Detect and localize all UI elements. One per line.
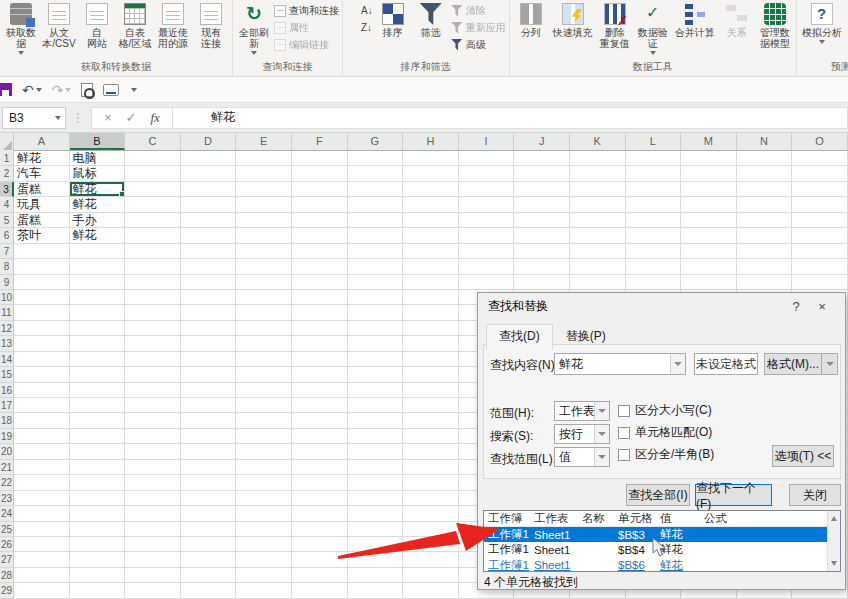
cell-B13[interactable] (70, 336, 126, 351)
cell-F15[interactable] (292, 367, 348, 382)
close-button[interactable]: 关闭 (789, 484, 841, 506)
cell-G20[interactable] (348, 444, 404, 459)
cell-H21[interactable] (403, 460, 459, 475)
cancel-button[interactable]: × (104, 110, 112, 125)
cell-D1[interactable] (181, 151, 237, 166)
cell-H2[interactable] (403, 166, 459, 181)
ribbon-button[interactable]: Z↓ (346, 20, 373, 35)
cell-B8[interactable] (70, 259, 126, 274)
cell-B20[interactable] (70, 444, 126, 459)
cell-G1[interactable] (348, 151, 404, 166)
ribbon-button[interactable]: 管理数 据模型 (756, 1, 794, 51)
cell-C14[interactable] (125, 352, 181, 367)
cell-H27[interactable] (403, 552, 459, 567)
cell-F21[interactable] (292, 460, 348, 475)
cell-H11[interactable] (403, 305, 459, 320)
cell-F22[interactable] (292, 475, 348, 490)
row-header-25[interactable]: 25 (0, 522, 14, 537)
cell-H15[interactable] (403, 367, 459, 382)
cell-G21[interactable] (348, 460, 404, 475)
cell-F14[interactable] (292, 352, 348, 367)
cell-B21[interactable] (70, 460, 126, 475)
row-header-11[interactable]: 11 (0, 305, 14, 320)
cell-C15[interactable] (125, 367, 181, 382)
cell-D16[interactable] (181, 383, 237, 398)
cell-F7[interactable] (292, 244, 348, 259)
cell-G13[interactable] (348, 336, 404, 351)
cell-C6[interactable] (125, 228, 181, 243)
column-header-M[interactable]: M (681, 133, 737, 150)
column-header-A[interactable]: A (14, 133, 70, 150)
cell-E5[interactable] (236, 213, 292, 228)
cell-D21[interactable] (181, 460, 237, 475)
cell-O7[interactable] (792, 244, 848, 259)
ribbon-button[interactable]: 自 网站 (78, 1, 116, 51)
cell-N4[interactable] (737, 197, 793, 212)
row-header-12[interactable]: 12 (0, 321, 14, 336)
cell-H20[interactable] (403, 444, 459, 459)
cell-K9[interactable] (570, 275, 626, 290)
cell-H13[interactable] (403, 336, 459, 351)
row-header-1[interactable]: 1 (0, 151, 14, 166)
cell-B23[interactable] (70, 491, 126, 506)
cell-B6[interactable]: 鲜花 (70, 228, 126, 243)
scroll-up-icon[interactable] (831, 516, 837, 521)
search-combo[interactable]: 按行 (554, 424, 610, 444)
format-button[interactable]: 格式(M)... (764, 353, 838, 375)
match-width-checkbox-row[interactable]: 区分全/半角(B) (618, 446, 714, 463)
cell-A12[interactable] (14, 321, 70, 336)
cell-G17[interactable] (348, 398, 404, 413)
row-header-16[interactable]: 16 (0, 383, 14, 398)
cell-K1[interactable] (570, 151, 626, 166)
scroll-down-icon[interactable] (831, 561, 837, 566)
cell-A22[interactable] (14, 475, 70, 490)
row-header-3[interactable]: 3 (0, 182, 14, 197)
row-header-21[interactable]: 21 (0, 460, 14, 475)
ribbon-button[interactable]: 关系 (718, 1, 756, 40)
cell-K5[interactable] (570, 213, 626, 228)
cell-D9[interactable] (181, 275, 237, 290)
cell-C28[interactable] (125, 568, 181, 583)
tab-find[interactable]: 查找(D) (486, 324, 553, 350)
cell-E10[interactable] (236, 290, 292, 305)
cell-C29[interactable] (125, 583, 181, 598)
cell-H10[interactable] (403, 290, 459, 305)
cell-F16[interactable] (292, 383, 348, 398)
ribbon-button[interactable]: A↓ (346, 3, 373, 18)
cell-B3[interactable]: 鲜花 (70, 182, 126, 197)
row-header-4[interactable]: 4 (0, 197, 14, 212)
cell-H18[interactable] (403, 413, 459, 428)
cell-L1[interactable] (626, 151, 682, 166)
cell-H22[interactable] (403, 475, 459, 490)
cell-D20[interactable] (181, 444, 237, 459)
cell-N5[interactable] (737, 213, 793, 228)
cell-O3[interactable] (792, 182, 848, 197)
cell-B7[interactable] (70, 244, 126, 259)
cell-D24[interactable] (181, 506, 237, 521)
cell-D22[interactable] (181, 475, 237, 490)
cell-H25[interactable] (403, 522, 459, 537)
cell-C16[interactable] (125, 383, 181, 398)
cell-G18[interactable] (348, 413, 404, 428)
cell-M9[interactable] (681, 275, 737, 290)
column-header-G[interactable]: G (348, 133, 404, 150)
row-header-10[interactable]: 10 (0, 290, 14, 305)
cell-N6[interactable] (737, 228, 793, 243)
cell-D26[interactable] (181, 537, 237, 552)
cell-E25[interactable] (236, 522, 292, 537)
cell-G10[interactable] (348, 290, 404, 305)
cell-B29[interactable] (70, 583, 126, 598)
cell-D11[interactable] (181, 305, 237, 320)
within-dropdown[interactable] (594, 402, 609, 420)
cell-J7[interactable] (514, 244, 570, 259)
cell-H16[interactable] (403, 383, 459, 398)
ribbon-button[interactable]: 数据验 证 (634, 1, 672, 57)
cell-H17[interactable] (403, 398, 459, 413)
cell-O6[interactable] (792, 228, 848, 243)
cell-E12[interactable] (236, 321, 292, 336)
cell-A13[interactable] (14, 336, 70, 351)
cell-H19[interactable] (403, 429, 459, 444)
cell-M6[interactable] (681, 228, 737, 243)
cell-D2[interactable] (181, 166, 237, 181)
cell-C27[interactable] (125, 552, 181, 567)
